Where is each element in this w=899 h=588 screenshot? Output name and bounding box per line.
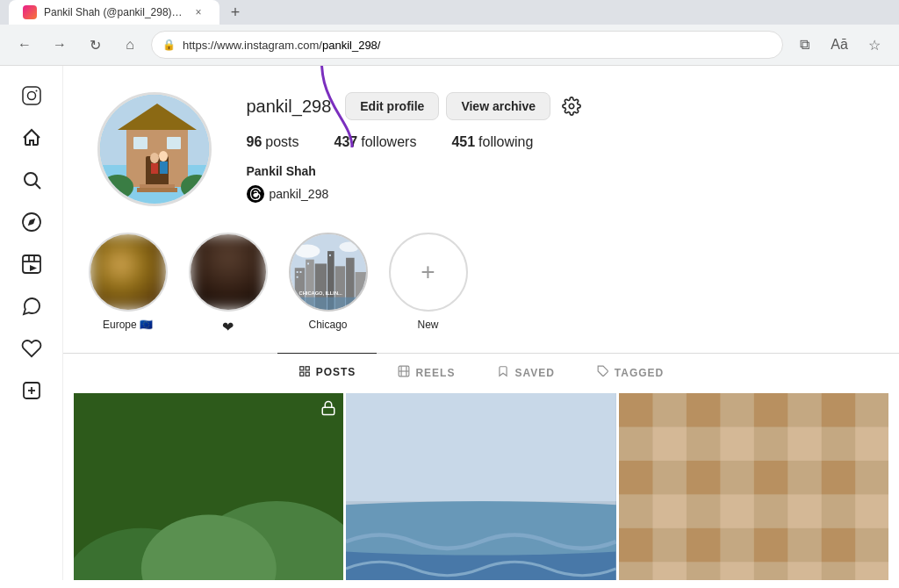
followers-count: 437 xyxy=(334,134,358,150)
svg-point-2 xyxy=(35,90,37,92)
svg-rect-79 xyxy=(687,461,720,494)
svg-point-1 xyxy=(27,92,35,100)
sidebar-home-icon[interactable] xyxy=(12,118,51,157)
svg-rect-89 xyxy=(822,528,855,562)
story-label-chicago: Chicago xyxy=(308,319,347,331)
edit-profile-button[interactable]: Edit profile xyxy=(345,92,439,120)
svg-rect-29 xyxy=(160,161,168,174)
profile-actions: Edit profile View archive xyxy=(345,92,586,120)
svg-point-26 xyxy=(150,153,159,163)
refresh-button[interactable]: ↻ xyxy=(81,31,109,59)
svg-rect-88 xyxy=(754,528,788,562)
post-1-icon xyxy=(320,400,336,419)
svg-rect-44 xyxy=(296,276,298,278)
tabs-section: POSTS REELS SAVED xyxy=(63,353,899,391)
story-label-europe: Europe 🇪🇺 xyxy=(103,319,153,331)
tab-close-button[interactable]: × xyxy=(191,5,205,19)
back-button[interactable]: ← xyxy=(11,31,39,59)
post-item-2[interactable] xyxy=(346,393,616,580)
svg-point-34 xyxy=(339,242,359,252)
reels-tab-label: REELS xyxy=(415,367,455,379)
settings-button[interactable] xyxy=(557,92,586,120)
profile-avatar xyxy=(97,92,212,206)
view-archive-button[interactable]: View archive xyxy=(446,92,550,120)
svg-text:CHICAGO, ILLIN...: CHICAGO, ILLIN... xyxy=(298,290,342,296)
main-layout: pankil_298 Edit profile View archive xyxy=(0,66,899,580)
svg-rect-90 xyxy=(652,562,686,580)
browser-chrome: Pankil Shah (@pankil_298) • Insta... × +… xyxy=(0,0,899,66)
svg-rect-81 xyxy=(822,461,855,494)
tagged-tab-label: TAGGED xyxy=(615,367,664,379)
svg-point-33 xyxy=(294,244,320,257)
svg-rect-47 xyxy=(291,298,366,310)
profile-avatar-wrapper xyxy=(89,92,220,206)
post-item-3[interactable] xyxy=(619,393,889,580)
posts-count: 96 xyxy=(247,134,263,150)
sidebar-create-icon[interactable] xyxy=(12,371,51,410)
tab-tagged[interactable]: TAGGED xyxy=(576,354,685,391)
svg-rect-83 xyxy=(720,494,753,527)
threads-icon xyxy=(247,185,264,203)
address-bar[interactable]: 🔒 https://www.instagram.com/pankil_298/ xyxy=(151,31,783,59)
svg-marker-11 xyxy=(30,265,37,271)
svg-rect-46 xyxy=(328,255,330,256)
tab-saved[interactable]: SAVED xyxy=(476,354,575,391)
svg-rect-91 xyxy=(720,562,753,580)
favorites-button[interactable]: ☆ xyxy=(860,31,888,59)
svg-rect-64 xyxy=(322,407,334,414)
story-item-europe[interactable]: Europe 🇪🇺 xyxy=(89,233,168,335)
story-item-new[interactable]: + New xyxy=(389,233,468,335)
post-item-1[interactable] xyxy=(74,393,344,580)
read-mode-button[interactable]: Aā xyxy=(825,31,853,59)
profile-threads-row[interactable]: pankil_298 xyxy=(247,185,874,203)
sidebar-reels-icon[interactable] xyxy=(12,245,51,283)
sidebar-explore-icon[interactable] xyxy=(12,203,51,241)
svg-rect-42 xyxy=(296,271,298,273)
svg-point-30 xyxy=(569,104,574,109)
svg-rect-76 xyxy=(788,427,821,460)
story-label-heart: ❤ xyxy=(222,319,234,335)
story-circle-heart xyxy=(189,233,268,312)
svg-rect-0 xyxy=(23,87,40,104)
following-stat[interactable]: 451 following xyxy=(451,134,533,150)
svg-rect-85 xyxy=(855,494,888,527)
svg-rect-74 xyxy=(652,427,686,460)
posts-tab-icon xyxy=(298,365,311,380)
svg-point-24 xyxy=(102,175,133,199)
tab-posts[interactable]: POSTS xyxy=(277,353,378,391)
sidebar-instagram-logo[interactable] xyxy=(12,76,51,115)
posts-stat: 96 posts xyxy=(247,134,299,150)
svg-rect-52 xyxy=(306,372,309,376)
sidebar-search-icon[interactable] xyxy=(12,161,51,199)
sidebar-notifications-icon[interactable] xyxy=(12,329,51,368)
tab-view-button[interactable]: ⧉ xyxy=(790,31,818,59)
profile-info: pankil_298 Edit profile View archive xyxy=(247,92,874,203)
followers-stat[interactable]: 437 followers xyxy=(334,134,417,150)
svg-rect-50 xyxy=(306,366,309,369)
active-tab[interactable]: Pankil Shah (@pankil_298) • Insta... × xyxy=(9,0,219,25)
story-circle-europe xyxy=(89,233,168,312)
svg-rect-82 xyxy=(652,494,686,527)
story-circle-chicago: CHICAGO, ILLIN... xyxy=(289,233,368,312)
tab-favicon xyxy=(23,5,37,19)
svg-rect-71 xyxy=(687,393,720,427)
profile-stats: 96 posts 437 followers xyxy=(247,134,874,150)
home-button[interactable]: ⌂ xyxy=(116,31,144,59)
story-item-heart[interactable]: ❤ xyxy=(189,233,268,335)
saved-tab-label: SAVED xyxy=(514,367,554,379)
forward-button[interactable]: → xyxy=(46,31,74,59)
story-item-chicago[interactable]: CHICAGO, ILLIN... Chicago xyxy=(289,233,368,335)
svg-rect-21 xyxy=(167,137,181,149)
posts-tab-label: POSTS xyxy=(316,366,356,378)
tab-reels[interactable]: REELS xyxy=(377,354,476,391)
svg-rect-70 xyxy=(619,393,652,427)
new-tab-button[interactable]: + xyxy=(223,0,248,25)
svg-rect-78 xyxy=(619,461,652,494)
svg-rect-27 xyxy=(151,163,158,174)
lock-icon: 🔒 xyxy=(162,39,176,51)
new-plus-icon: + xyxy=(421,258,435,286)
stories-section: Europe 🇪🇺 ❤ xyxy=(71,224,892,353)
svg-rect-43 xyxy=(299,271,301,273)
sidebar-messages-icon[interactable] xyxy=(12,287,51,326)
svg-rect-72 xyxy=(754,393,788,427)
